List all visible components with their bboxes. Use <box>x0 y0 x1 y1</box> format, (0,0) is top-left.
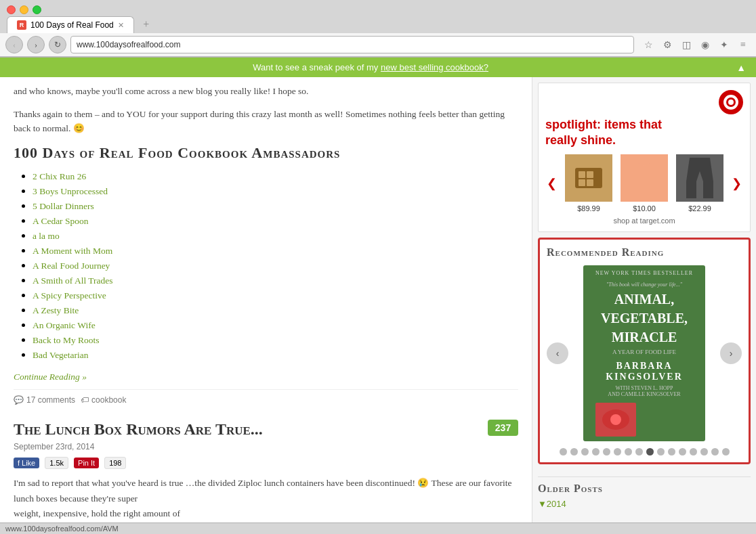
maximize-button[interactable] <box>33 5 41 14</box>
dot-13[interactable] <box>690 448 697 455</box>
dot-12[interactable] <box>679 448 686 455</box>
post2-body: I'm sad to report that what you've heard… <box>14 476 518 507</box>
book-subtitle: A YEAR OF FOOD LIFE <box>595 349 693 355</box>
pinterest-pin-button[interactable]: Pin It <box>74 458 99 468</box>
star-icon[interactable]: ☆ <box>641 37 656 52</box>
tab-close-icon[interactable]: ✕ <box>118 21 124 30</box>
ambassador-link-13[interactable]: Bad Vegetarian <box>33 350 89 360</box>
dot-15[interactable] <box>711 448 719 455</box>
post2-date: September 23rd, 2014 <box>14 442 518 451</box>
product-image-shirt <box>621 154 668 202</box>
url-text: www.100daysofrealfood.com <box>77 40 180 49</box>
refresh-button[interactable]: ↻ <box>49 36 66 53</box>
dot-4[interactable] <box>592 448 600 455</box>
target-prev-arrow[interactable]: ❮ <box>545 176 558 191</box>
active-tab[interactable]: R 100 Days of Real Food ✕ <box>7 16 134 33</box>
list-item: A Cedar Spoon <box>33 215 518 227</box>
continue-reading-link[interactable]: Continue Reading » <box>14 372 87 382</box>
comment-icon: 💬 <box>14 395 24 405</box>
list-item: A Real Food Journey <box>33 259 518 271</box>
forward-button[interactable]: › <box>27 36 45 53</box>
scroll-top-icon[interactable]: ▲ <box>736 62 746 73</box>
dot-6[interactable] <box>614 448 621 455</box>
dot-5[interactable] <box>603 448 610 455</box>
page-layout: and who knows, maybe you'll come across … <box>0 77 756 530</box>
nav-icons: ☆ ⚙ ◫ ◉ ✦ ≡ <box>641 37 751 52</box>
dot-7[interactable] <box>625 448 632 455</box>
list-item: 3 Boys Unprocessed <box>33 185 518 197</box>
facebook-like-button[interactable]: f Like <box>14 458 39 468</box>
list-item: a la mo <box>33 229 518 242</box>
tag-meta: 🏷 cookbook <box>81 395 126 405</box>
back-button[interactable]: ‹ <box>5 36 23 53</box>
dot-9[interactable] <box>646 448 654 455</box>
dot-16[interactable] <box>722 448 730 455</box>
product-price-1: $89.99 <box>564 204 614 213</box>
target-product-1[interactable]: $89.99 <box>564 154 614 213</box>
target-tagline: spotlight: items that really shine. <box>545 117 743 149</box>
ambassador-link-8[interactable]: A Smith of All Trades <box>33 275 113 286</box>
ambassador-link-1[interactable]: 2 Chix Run 26 <box>33 171 86 181</box>
tab-favicon: R <box>17 20 26 30</box>
older-posts-year-2014[interactable]: ▼2014 <box>538 499 751 509</box>
target-logo-dot <box>728 99 734 105</box>
dot-8[interactable] <box>635 448 643 455</box>
tag-icon: 🏷 <box>81 395 89 405</box>
target-tagline-highlight: shine. <box>581 133 616 147</box>
pin-count: 198 <box>104 457 126 469</box>
post2-title-row: The Lunch Box Rumors Are True... 237 <box>14 420 518 439</box>
fb-like-label: Like <box>22 459 35 467</box>
dot-11[interactable] <box>668 448 675 455</box>
target-logo <box>719 90 743 114</box>
ambassador-link-6[interactable]: A Moment with Mom <box>33 246 112 256</box>
dot-1[interactable] <box>560 448 567 455</box>
carousel-prev-button[interactable]: ‹ <box>547 342 568 364</box>
post2-comment-badge: 237 <box>488 420 518 436</box>
dot-14[interactable] <box>700 448 708 455</box>
ambassador-link-4[interactable]: A Cedar Spoon <box>33 216 89 226</box>
post2-body-text1: I'm sad to report that what you've heard… <box>14 478 511 504</box>
status-url: www.100daysofrealfood.com/AVM <box>5 525 119 533</box>
fb-icon: f <box>18 459 20 467</box>
target-product-2[interactable]: $10.00 <box>619 154 669 213</box>
ambassador-link-2[interactable]: 3 Boys Unprocessed <box>33 186 108 196</box>
layers-icon[interactable]: ◫ <box>679 37 694 52</box>
camera-icon[interactable]: ◉ <box>698 37 713 52</box>
dot-3[interactable] <box>581 448 589 455</box>
list-item: A Smith of All Trades <box>33 274 518 286</box>
ambassador-link-11[interactable]: An Organic Wife <box>33 320 96 330</box>
list-item: A Spicy Perspective <box>33 289 518 301</box>
list-item: Back to My Roots <box>33 334 518 346</box>
list-item: 2 Chix Run 26 <box>33 170 518 182</box>
target-product-3[interactable]: $22.99 <box>675 154 725 213</box>
book-decoration-image <box>595 403 636 437</box>
ambassador-link-3[interactable]: 5 Dollar Dinners <box>33 201 94 211</box>
fb-like-count: 1.5k <box>45 457 68 469</box>
ambassador-link-10[interactable]: A Zesty Bite <box>33 305 79 315</box>
menu-icon[interactable]: ≡ <box>736 37 751 52</box>
new-tab-button[interactable]: + <box>137 16 156 33</box>
ambassador-link-9[interactable]: A Spicy Perspective <box>33 290 106 301</box>
minimize-button[interactable] <box>20 5 28 14</box>
tools-icon[interactable]: ⚙ <box>660 37 675 52</box>
svg-rect-6 <box>703 181 713 198</box>
carousel-next-button[interactable]: › <box>720 342 742 364</box>
comments-count[interactable]: 17 comments <box>26 395 75 405</box>
ambassador-link-7[interactable]: A Real Food Journey <box>33 261 110 271</box>
dot-2[interactable] <box>570 448 578 455</box>
target-next-arrow[interactable]: ❯ <box>730 176 743 191</box>
product-image-waffle <box>565 154 612 202</box>
close-button[interactable] <box>7 5 16 14</box>
book-cover[interactable]: NEW YORK TIMES BESTSELLER "This book wil… <box>583 265 705 441</box>
banner-text: Want to see a sneak peek of my <box>253 62 381 72</box>
banner-link[interactable]: new best selling cookbook? <box>381 62 488 72</box>
recommended-reading-title: Recommended Reading <box>547 246 742 259</box>
ambassador-link-5[interactable]: a la mo <box>33 231 60 241</box>
address-bar[interactable]: www.100daysofrealfood.com <box>70 36 634 53</box>
script-icon[interactable]: ✦ <box>717 37 732 52</box>
tag-label[interactable]: cookbook <box>91 395 126 405</box>
list-item: An Organic Wife <box>33 319 518 331</box>
book-title-line2: VEGETABLE, <box>595 311 693 326</box>
ambassador-link-12[interactable]: Back to My Roots <box>33 335 100 345</box>
dot-10[interactable] <box>657 448 665 455</box>
